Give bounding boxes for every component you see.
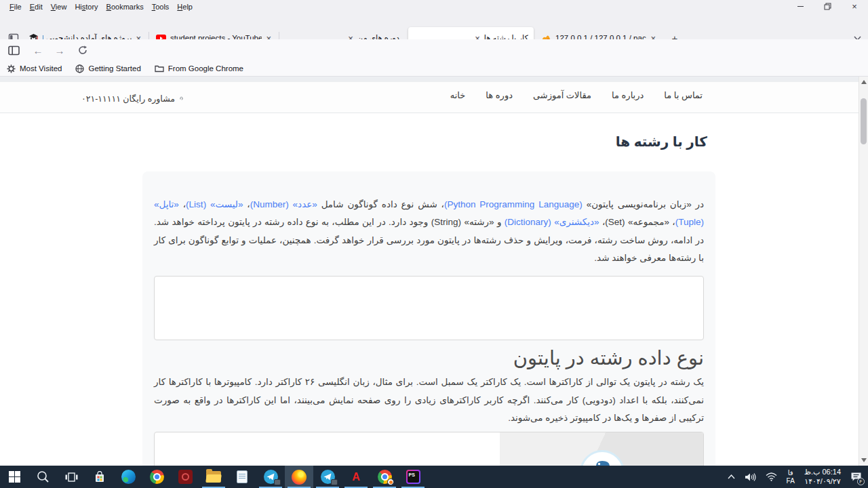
sidebar-toggle-button[interactable] [4,41,23,59]
site-nav-item-4[interactable]: تماس با ما [664,90,703,105]
intro-link[interactable]: «دیکشنری» (Dictionary) [505,217,599,227]
phpstorm-icon: PS [406,470,420,484]
page-viewport: مشاوره رایگان ۰۲۱-۱۱۱۱۱ خانهدوره هامقالا… [0,77,868,466]
wifi-icon [766,472,777,481]
forward-button[interactable]: → [50,41,69,59]
notepad-icon [237,470,248,483]
reload-button[interactable] [73,41,92,59]
action-center-button[interactable]: F [847,466,865,488]
app-badge [387,479,394,485]
page-top-strip [0,77,859,82]
task-view-button[interactable] [57,466,85,488]
scrollbar-down-arrow[interactable] [861,458,867,462]
start-button[interactable] [0,466,28,488]
system-tray: فا FA 06:14 ب.ظ ۱۴۰۴/۰۹/۲۷ F [724,466,868,488]
menu-item-bookmarks[interactable]: Bookmarks [102,2,148,12]
phone-number: ۰۲۱-۱۱۱۱۱ [81,94,121,104]
firefox-icon [292,470,307,485]
taskbar-clock[interactable]: 06:14 ب.ظ ۱۴۰۴/۰۹/۲۷ [801,466,844,488]
globe-icon [75,64,84,73]
restore-button[interactable] [814,0,841,12]
minimize-button[interactable] [787,0,814,12]
telegram-badge [274,479,281,485]
site-header: مشاوره رایگان ۰۲۱-۱۱۱۱۱ خانهدوره هامقالا… [0,82,859,113]
bookmark-label: Most Visited [20,64,62,73]
menu-item-history[interactable]: History [71,2,102,12]
chrome-app-button[interactable] [370,466,399,488]
menu-item-tools[interactable]: Tools [148,2,174,12]
bookmark-getting-started[interactable]: Getting Started [75,64,140,73]
bookmarks-toolbar: Most Visited Getting Started From Google… [0,61,868,77]
intro-link[interactable]: (Python Programming Language) [444,199,583,209]
empty-content-box [154,276,704,340]
wifi-button[interactable] [762,466,781,488]
clock-date: ۱۴۰۴/۰۹/۲۷ [804,477,840,486]
acrobat-icon: A [352,471,360,483]
page-scrollbar[interactable] [859,77,868,466]
intro-link[interactable]: «عدد» (Number) [250,199,317,209]
language-indicator[interactable]: فا FA [783,466,798,488]
volume-button[interactable] [741,466,760,488]
python-logo-icon [580,450,625,466]
file-explorer-icon [206,471,221,483]
site-nav-item-2[interactable]: مقالات آموزشی [533,90,591,105]
red-app-button[interactable] [171,466,199,488]
scrollbar-thumb[interactable] [861,98,867,144]
intro-link[interactable]: «لیست» (List) [186,199,243,209]
window-controls: × [787,0,868,12]
site-nav-item-0[interactable]: خانه [450,90,466,105]
edge-icon [121,470,136,484]
menu-item-file[interactable]: File [5,2,26,12]
bookmark-most-visited[interactable]: Most Visited [7,64,62,73]
site-nav: خانهدوره هامقالات آموزشیدرباره ماتماس با… [450,90,703,105]
bookmark-label: Getting Started [88,64,140,73]
intro-text: ، [243,199,250,209]
body-paragraph: یک رشته در پایتون یک توالی از کاراکترها … [154,373,704,427]
language-fa: فا [788,469,793,477]
browser-menu-bar: FileEditViewHistoryBookmarksToolsHelp [0,0,868,12]
scrollbar-up-arrow[interactable] [861,80,867,84]
phpstorm-button[interactable]: PS [399,466,427,488]
telegram-button-1[interactable] [256,466,285,488]
taskbar-search-button[interactable] [28,466,57,488]
illustration-box [154,432,704,466]
restore-icon [824,3,831,10]
telegram-button-2[interactable] [313,466,342,488]
intro-paragraph: در «زبان برنامه‌نویسی پایتون» (Python Pr… [154,196,704,267]
show-hidden-icons-button[interactable] [724,466,738,488]
microsoft-store-button[interactable] [85,466,114,488]
notepad-button[interactable] [228,466,256,488]
notification-badge: F [857,478,865,485]
site-nav-item-3[interactable]: درباره ما [612,90,644,105]
intro-text: در «زبان برنامه‌نویسی پایتون» [583,199,704,209]
intro-text: ، شش نوع داده گوناگون شامل [317,199,444,209]
lesson-content-card: در «زبان برنامه‌نویسی پایتون» (Python Pr… [142,171,715,466]
headset-icon [180,91,183,106]
red-app-icon [178,470,193,484]
menu-bar-items: FileEditViewHistoryBookmarksToolsHelp [5,0,197,12]
intro-text: ، «مجموعه» (Set)، [599,217,675,227]
telegram-badge [331,479,338,485]
bookmark-from-google-chrome[interactable]: From Google Chrome [155,64,243,73]
acrobat-button[interactable]: A [342,466,370,488]
back-button[interactable]: ← [28,41,47,59]
chevron-up-icon [728,474,735,479]
file-explorer-button[interactable] [199,466,228,488]
site-nav-item-1[interactable]: دوره ها [486,90,513,105]
menu-item-edit[interactable]: Edit [26,2,47,12]
navigation-toolbar: ← → http://127.0.0.1/prozhe/package/user… [0,39,868,61]
edge-button[interactable] [114,466,142,488]
menu-item-help[interactable]: Help [173,2,197,12]
search-icon [37,470,50,483]
close-button[interactable]: × [841,0,868,12]
speaker-icon [745,472,756,482]
store-icon [94,471,106,483]
intro-text: ، [179,199,186,209]
bookmark-label: From Google Chrome [168,64,243,73]
task-view-icon [65,472,78,483]
chrome-button[interactable] [142,466,171,488]
page-title: کار با رشته ها [300,134,707,150]
gear-icon [7,64,16,73]
firefox-button[interactable] [285,466,313,488]
menu-item-view[interactable]: View [47,2,71,12]
